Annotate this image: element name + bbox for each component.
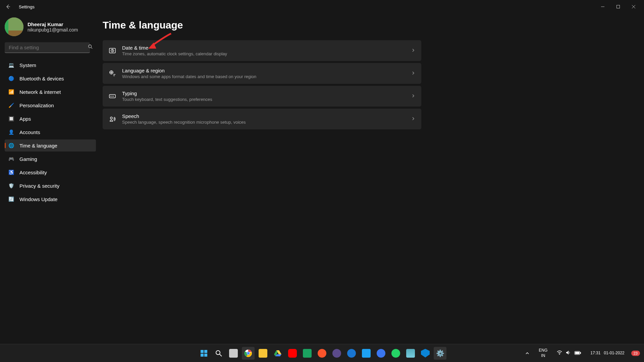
svg-rect-12 xyxy=(201,354,204,357)
nav-item-label: Bluetooth & devices xyxy=(19,76,64,81)
settings-card-date-time[interactable]: Date & time Time zones, automatic clock … xyxy=(103,40,421,61)
nav-item-icon: 👤 xyxy=(8,129,14,135)
tray-system-icons[interactable] xyxy=(554,349,584,358)
svg-rect-13 xyxy=(204,354,207,357)
chevron-right-icon xyxy=(411,94,415,99)
battery-icon xyxy=(574,351,581,356)
nav-item-bluetooth-devices[interactable]: 🔵 Bluetooth & devices xyxy=(5,72,96,84)
chrome-icon[interactable] xyxy=(242,347,255,360)
nav-item-label: Windows Update xyxy=(19,196,57,202)
svg-point-20 xyxy=(559,354,560,354)
nav-item-label: Apps xyxy=(19,116,31,122)
task-view-icon[interactable] xyxy=(227,347,240,360)
brave-icon[interactable] xyxy=(316,347,328,360)
youtube-icon[interactable] xyxy=(286,347,299,360)
svg-rect-23 xyxy=(575,352,579,354)
nav-item-accessibility[interactable]: ♿ Accessibility xyxy=(5,166,96,178)
nav-item-icon: 🌐 xyxy=(8,142,14,148)
nav-item-windows-update[interactable]: 🔄 Windows Update xyxy=(5,193,96,205)
app-icon-1[interactable] xyxy=(345,347,358,360)
card-icon xyxy=(109,47,116,54)
card-text: Date & time Time zones, automatic clock … xyxy=(122,45,411,56)
nav-item-label: Network & internet xyxy=(19,89,61,95)
nav-item-icon: 🛡️ xyxy=(8,183,14,189)
tray-chevron[interactable] xyxy=(523,350,532,357)
profile-email: nikunpubg1@gmail.com xyxy=(28,27,78,33)
page-title: Time & language xyxy=(103,19,632,31)
avatar xyxy=(5,17,23,36)
nav-item-icon: 💻 xyxy=(8,62,14,68)
search-input[interactable] xyxy=(5,42,90,53)
start-button[interactable] xyxy=(198,347,210,360)
card-desc: Windows and some apps format dates and t… xyxy=(122,74,411,79)
nav-item-personalization[interactable]: 🖌️ Personalization xyxy=(5,99,96,111)
settings-card-speech[interactable]: Speech Speech language, speech recogniti… xyxy=(103,109,421,129)
svg-point-9 xyxy=(110,117,112,119)
minimize-button[interactable] xyxy=(595,1,610,12)
settings-list: Date & time Time zones, automatic clock … xyxy=(103,40,421,129)
svg-point-6 xyxy=(111,96,111,97)
google-drive-icon[interactable] xyxy=(271,347,284,360)
nav-item-system[interactable]: 💻 System xyxy=(5,59,96,71)
nav-item-label: Gaming xyxy=(19,156,37,162)
maximize-button[interactable] xyxy=(610,1,626,12)
settings-taskbar-icon[interactable]: ⚙️ xyxy=(434,347,446,360)
card-title: Typing xyxy=(122,90,411,96)
twitter-icon[interactable] xyxy=(360,347,373,360)
time: 17:31 xyxy=(590,351,600,356)
nav-item-privacy-security[interactable]: 🛡️ Privacy & security xyxy=(5,180,96,192)
card-title: Language & region xyxy=(122,68,411,73)
signal-icon[interactable] xyxy=(375,347,387,360)
settings-card-language-region[interactable]: Language & region Windows and some apps … xyxy=(103,63,421,84)
card-desc: Time zones, automatic clock settings, ca… xyxy=(122,51,411,56)
wifi-icon xyxy=(557,350,562,356)
language-indicator[interactable]: ENG IN xyxy=(536,347,550,360)
nav-item-label: Time & language xyxy=(19,143,57,148)
chevron-right-icon xyxy=(411,71,415,76)
nav-item-time-language[interactable]: 🌐 Time & language xyxy=(5,139,96,152)
card-text: Language & region Windows and some apps … xyxy=(122,68,411,79)
nav-item-icon: 📶 xyxy=(8,89,14,95)
nav-item-gaming[interactable]: 🎮 Gaming xyxy=(5,153,96,165)
security-icon[interactable] xyxy=(419,347,432,360)
sheets-icon[interactable] xyxy=(301,347,314,360)
notification-badge[interactable]: 23 xyxy=(631,351,640,356)
datetime[interactable]: 17:31 01-01-2022 xyxy=(588,349,627,357)
nav-item-label: System xyxy=(19,62,36,68)
chevron-right-icon xyxy=(411,116,415,122)
nav-item-icon: 🔵 xyxy=(8,75,14,81)
nav-item-label: Personalization xyxy=(19,103,54,108)
search-taskbar-icon[interactable] xyxy=(212,347,225,360)
svg-rect-22 xyxy=(580,352,581,354)
profile-name: Dheeraj Kumar xyxy=(28,21,78,27)
whatsapp-icon[interactable] xyxy=(389,347,402,360)
back-button[interactable] xyxy=(3,1,13,12)
card-icon xyxy=(109,115,116,123)
profile-block[interactable]: Dheeraj Kumar nikunpubg1@gmail.com xyxy=(5,16,96,42)
nav-list: 💻 System 🔵 Bluetooth & devices 📶 Network… xyxy=(5,59,96,205)
nav-item-icon: 🎮 xyxy=(8,156,14,162)
card-icon xyxy=(109,70,116,77)
nav-item-accounts[interactable]: 👤 Accounts xyxy=(5,126,96,138)
nav-item-icon: 🔲 xyxy=(8,116,14,122)
volume-icon xyxy=(566,350,571,356)
close-button[interactable] xyxy=(626,1,641,12)
svg-rect-0 xyxy=(617,5,620,8)
card-title: Date & time xyxy=(122,45,411,51)
card-title: Speech xyxy=(122,113,411,119)
card-desc: Speech language, speech recognition micr… xyxy=(122,120,411,125)
file-explorer-icon[interactable] xyxy=(257,347,269,360)
nav-item-label: Privacy & security xyxy=(19,183,59,189)
settings-card-typing[interactable]: Typing Touch keyboard, text suggestions,… xyxy=(103,86,421,107)
svg-point-8 xyxy=(113,96,114,97)
chevron-right-icon xyxy=(411,48,415,53)
nav-item-apps[interactable]: 🔲 Apps xyxy=(5,113,96,125)
window-title: Settings xyxy=(19,4,35,9)
bitwarden-icon[interactable] xyxy=(330,347,343,360)
content-area: Time & language Date & time Time zones, … xyxy=(101,13,644,344)
svg-point-19 xyxy=(247,352,249,354)
nav-item-label: Accounts xyxy=(19,129,40,135)
lang-primary: ENG xyxy=(539,348,547,353)
app-icon-2[interactable] xyxy=(404,347,417,360)
nav-item-network-internet[interactable]: 📶 Network & internet xyxy=(5,86,96,98)
